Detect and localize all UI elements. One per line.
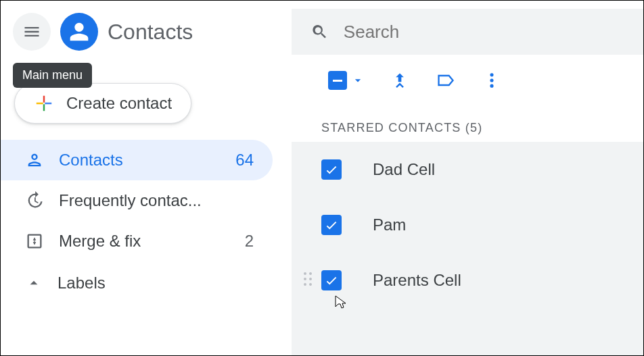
dropdown-arrow-icon [351, 74, 365, 87]
svg-point-1 [490, 78, 493, 82]
svg-point-4 [309, 272, 312, 275]
contact-name: Pam [373, 215, 406, 234]
contact-list: Dad Cell Pam Parents Cell [292, 142, 643, 355]
indeterminate-checkbox-icon [328, 71, 347, 90]
main-menu-tooltip: Main menu [13, 63, 92, 88]
selection-dropdown[interactable] [328, 71, 365, 90]
svg-point-3 [304, 272, 306, 275]
nav-merge-count: 2 [245, 232, 254, 251]
merge-action-icon[interactable] [390, 71, 409, 90]
check-icon [324, 162, 339, 177]
app-logo [60, 13, 98, 51]
starred-section-header: STARRED CONTACTS (5) [292, 105, 643, 142]
nav-contacts-label: Contacts [59, 151, 221, 170]
search-input[interactable] [344, 22, 624, 43]
nav-merge-label: Merge & fix [59, 232, 230, 251]
search-bar[interactable] [292, 9, 643, 55]
svg-point-7 [304, 283, 306, 286]
label-action-icon[interactable] [435, 71, 457, 90]
nav-frequently-label: Frequently contac... [59, 191, 254, 210]
app-title: Contacts [108, 20, 193, 45]
plus-icon [34, 93, 54, 113]
more-actions-icon[interactable] [482, 71, 501, 90]
contact-name: Parents Cell [373, 271, 461, 290]
nav-contacts[interactable]: Contacts 64 [1, 140, 273, 180]
drag-handle-icon[interactable] [302, 271, 313, 290]
nav-labels-label: Labels [58, 274, 273, 293]
history-icon [25, 191, 44, 210]
person-icon [68, 21, 90, 43]
chevron-up-icon [25, 274, 43, 292]
contact-checkbox[interactable] [321, 159, 342, 180]
mouse-cursor-icon [334, 295, 347, 311]
svg-point-6 [309, 278, 312, 280]
contact-checkbox[interactable] [321, 215, 342, 235]
create-contact-button[interactable]: Create contact [14, 83, 191, 124]
contact-row[interactable]: Pam [292, 197, 643, 253]
contact-row[interactable]: Parents Cell [292, 253, 643, 308]
svg-point-8 [309, 283, 312, 286]
contact-checkbox[interactable] [321, 270, 342, 290]
nav-merge-fix[interactable]: Merge & fix 2 [1, 221, 273, 261]
contact-row[interactable]: Dad Cell [292, 142, 643, 197]
merge-fix-icon [25, 232, 44, 251]
svg-point-5 [304, 278, 306, 280]
nav-frequently-contacted[interactable]: Frequently contac... [1, 180, 273, 221]
nav-labels[interactable]: Labels [1, 261, 292, 303]
check-icon [324, 218, 339, 232]
create-contact-label: Create contact [66, 94, 172, 113]
person-outline-icon [25, 151, 44, 170]
main-menu-button[interactable] [13, 13, 51, 51]
check-icon [324, 273, 339, 288]
contact-name: Dad Cell [373, 160, 435, 179]
svg-point-2 [490, 84, 493, 88]
nav-contacts-count: 64 [235, 151, 254, 170]
hamburger-icon [22, 22, 41, 41]
svg-point-0 [490, 73, 493, 76]
search-icon [310, 22, 329, 42]
